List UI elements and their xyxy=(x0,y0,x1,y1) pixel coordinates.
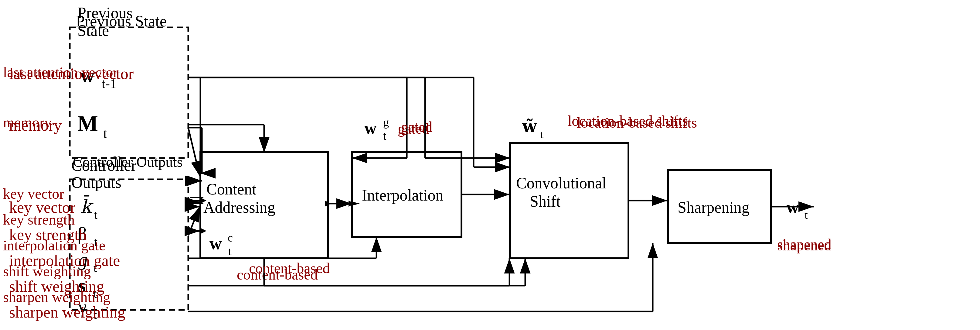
M-t-symbol: M xyxy=(77,111,98,136)
content-addressing-text1: Content xyxy=(207,180,256,198)
memory-label: memory xyxy=(3,114,52,131)
diagram-container: Previous State w t-1 M t Controller Outp… xyxy=(0,0,980,330)
convolutional-shift-box xyxy=(510,143,628,258)
shapened-label: shapened xyxy=(777,237,832,254)
location-based-shifts-label: location-based shifts xyxy=(568,112,688,129)
controller-outputs-label: Controller Outputs xyxy=(73,153,183,170)
w-g-t-symbol: w xyxy=(364,118,377,137)
svg-line-15 xyxy=(188,128,200,176)
key-vector-label: key vector xyxy=(3,185,64,202)
previous-state-box xyxy=(70,27,188,158)
controller-outputs-label2: Outputs xyxy=(72,174,121,191)
k-t-symbol: k̄ xyxy=(80,195,94,217)
w-tilde-t-subscript: t xyxy=(540,128,544,141)
gated-label: gated xyxy=(401,118,432,135)
interpolation-text: Interpolation xyxy=(362,187,444,204)
w-c-t-subscript: t xyxy=(228,245,232,258)
M-t-subscript: t xyxy=(103,125,107,141)
content-addressing-text2: Addressing xyxy=(204,199,275,216)
w-t-output-subscript: t xyxy=(805,209,808,221)
w-c-t-symbol: w xyxy=(210,234,222,253)
sharpen-weighting-label: sharpen weighting xyxy=(3,289,110,305)
shift-weighting-label: shift weighting xyxy=(3,263,91,279)
convolutional-text2: Shift xyxy=(530,193,561,210)
w-c-superscript: c xyxy=(228,231,233,244)
convolutional-text1: Convolutional xyxy=(516,174,606,192)
last-attention-vector-label: last attention vector xyxy=(3,64,118,81)
w-g-superscript: g xyxy=(383,116,389,129)
w-g-t-subscript: t xyxy=(383,129,387,142)
sharpen-weighting-label: sharpen weighting xyxy=(9,304,126,321)
w-tilde-t-symbol: w̃ xyxy=(522,117,537,136)
interpolation-gate-label: interpolation gate xyxy=(3,237,105,254)
content-based-label: content-based xyxy=(249,260,330,276)
key-strength-label: key strength xyxy=(3,211,75,228)
sharpening-text: Sharpening xyxy=(678,199,749,216)
k-t-subscript: t xyxy=(94,208,97,222)
previous-state-label: Previous State xyxy=(76,12,167,30)
